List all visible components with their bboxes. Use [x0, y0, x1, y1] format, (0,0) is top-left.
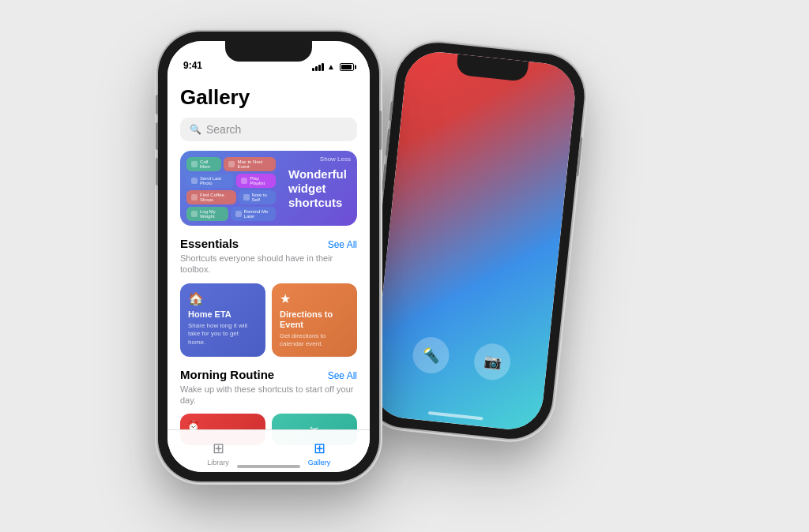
volume-up-button: [156, 122, 158, 150]
shortcut-pill-call-mom[interactable]: Call Mom: [186, 157, 221, 171]
morning-see-all[interactable]: See All: [328, 370, 357, 381]
pills-row-1: Call Mom Mac to Next Event: [186, 157, 276, 171]
essentials-subtitle: Shortcuts everyone should have in their …: [180, 253, 357, 275]
essentials-title: Essentials: [180, 237, 239, 250]
shortcut-pill-photo[interactable]: Send Last Photo: [186, 174, 234, 188]
volume-up-button-2: [386, 129, 391, 156]
flashlight-icon: 🔦: [421, 346, 440, 365]
pill-icon: [191, 194, 198, 200]
morning-header: Morning Routine See All: [180, 368, 357, 381]
directions-card[interactable]: ★ Directions to Event Get directions to …: [272, 283, 357, 357]
shortcut-pill-note[interactable]: Note to Self: [239, 190, 276, 204]
pill-icon: [228, 161, 235, 167]
hero-title: Wonderful widget shortcuts: [288, 167, 351, 210]
camera-button[interactable]: 📷: [472, 342, 513, 382]
pills-row-3: Find Coffee Shops Note to Self: [186, 190, 276, 204]
pill-icon: [243, 194, 250, 200]
home-icon: 🏠: [188, 291, 258, 306]
search-placeholder: Search: [206, 123, 241, 136]
hero-shortcuts-list: Show Less Call Mom Mac to Next Event: [180, 151, 282, 226]
search-icon: 🔍: [190, 124, 201, 135]
volume-down-button-2: [382, 164, 387, 192]
home-indicator: [237, 465, 300, 468]
hero-show-all[interactable]: Show Less: [320, 155, 351, 163]
status-icons: ▲: [312, 62, 354, 71]
pills-row-2: Send Last Photo Play Playlist: [186, 174, 276, 188]
shortcut-pill-coffee[interactable]: Find Coffee Shops: [186, 190, 236, 204]
power-button: [379, 111, 382, 150]
gallery-tab-label: Gallery: [308, 459, 331, 466]
phone-secondary: 🔦 📷: [359, 39, 589, 443]
essentials-header: Essentials See All: [180, 237, 357, 250]
shortcut-pill-weight[interactable]: Log My Weight: [186, 207, 228, 221]
volume-down-button: [156, 158, 158, 185]
essentials-cards: 🏠 Home ETA Share how long it will take f…: [180, 283, 357, 357]
tab-gallery[interactable]: ⊞ Gallery: [269, 436, 370, 466]
pill-icon: [235, 211, 242, 217]
app-content[interactable]: Gallery 🔍 Search Show Less: [167, 76, 370, 472]
home-eta-title: Home ETA: [188, 309, 258, 320]
mute-button-2: [389, 101, 393, 121]
page-title: Gallery: [180, 85, 357, 110]
camera-icon: 📷: [483, 352, 502, 371]
morning-subtitle: Wake up with these shortcuts to start of…: [180, 384, 357, 406]
essentials-see-all[interactable]: See All: [328, 239, 357, 250]
morning-title: Morning Routine: [180, 368, 274, 381]
status-time: 9:41: [183, 60, 202, 71]
hero-banner[interactable]: Show Less Call Mom Mac to Next Event: [180, 151, 357, 226]
wifi-icon: ▲: [327, 62, 335, 71]
home-eta-card[interactable]: 🏠 Home ETA Share how long it will take f…: [180, 283, 265, 357]
shortcut-pill-remind[interactable]: Remind Me Later: [231, 207, 276, 221]
signal-icon: [312, 63, 324, 71]
directions-title: Directions to Event: [280, 309, 349, 330]
phone-screen: 9:41 ▲ Gal: [167, 41, 370, 472]
star-icon: ★: [280, 291, 349, 306]
shortcut-pill-playlist[interactable]: Play Playlist: [236, 174, 276, 188]
library-tab-icon: ⊞: [213, 440, 224, 457]
search-bar[interactable]: 🔍 Search: [180, 118, 357, 141]
library-tab-label: Library: [207, 459, 229, 466]
pill-icon: [191, 211, 198, 217]
gallery-tab-icon: ⊞: [314, 440, 325, 457]
pill-icon: [191, 178, 198, 184]
shortcut-pill-next-event[interactable]: Mac to Next Event: [224, 157, 276, 171]
lock-screen: 🔦 📷: [370, 49, 578, 433]
tab-library[interactable]: ⊞ Library: [167, 436, 269, 466]
power-button-2: [576, 137, 582, 176]
pills-row-4: Log My Weight Remind Me Later: [186, 207, 276, 221]
pill-icon: [191, 161, 198, 167]
battery-icon: [340, 63, 354, 71]
mute-button: [156, 95, 158, 114]
notch: [225, 41, 312, 62]
flashlight-button[interactable]: 🔦: [411, 335, 451, 376]
phone-main: 9:41 ▲ Gal: [158, 32, 379, 481]
pill-icon: [241, 178, 247, 184]
home-eta-desc: Share how long it will take for you to g…: [188, 322, 258, 347]
scroll-content: Gallery 🔍 Search Show Less: [167, 76, 370, 445]
directions-desc: Get directions to calendar event.: [280, 332, 349, 349]
